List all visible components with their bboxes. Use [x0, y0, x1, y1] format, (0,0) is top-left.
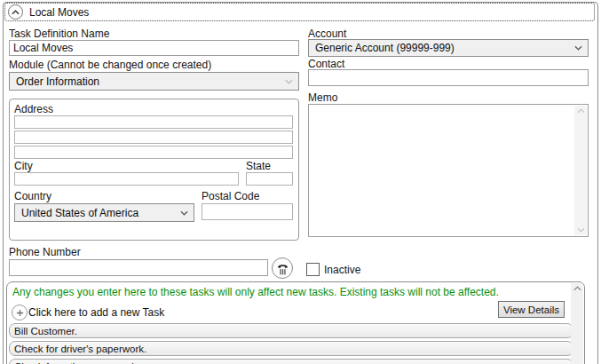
address-line3-input[interactable]: [14, 146, 293, 159]
state-input[interactable]: [246, 172, 293, 186]
task-row[interactable]: Bill Customer.: [9, 323, 573, 338]
phone-number-label: Phone Number: [9, 246, 81, 258]
dial-phone-button[interactable]: [272, 257, 293, 279]
task-definition-name-input[interactable]: [9, 40, 299, 56]
chevron-down-icon: [180, 210, 188, 216]
chevron-down-icon: [285, 79, 293, 84]
task-row[interactable]: Check for driver's paperwork.: [9, 341, 573, 356]
contact-input[interactable]: [308, 69, 589, 86]
view-details-button[interactable]: View Details: [498, 301, 565, 318]
module-select[interactable]: Order Information: [9, 72, 299, 91]
local-moves-form: Local Moves Task Definition Name Module …: [0, 0, 601, 364]
memo-scrollbar[interactable]: [574, 106, 587, 235]
module-label: Module (Cannot be changed once created): [9, 59, 211, 71]
panel-title: Local Moves: [29, 6, 89, 19]
inactive-checkbox[interactable]: [306, 263, 320, 276]
scroll-up-icon[interactable]: [573, 286, 581, 291]
scroll-up-icon[interactable]: [577, 108, 585, 114]
postal-code-input[interactable]: [202, 203, 293, 220]
inactive-checkbox-label: Inactive: [324, 264, 360, 276]
expander-header[interactable]: Local Moves: [4, 3, 595, 21]
city-input[interactable]: [14, 172, 239, 186]
memo-input[interactable]: [308, 104, 589, 237]
task-row[interactable]: Check for rating paperwork.: [9, 359, 573, 364]
memo-label: Memo: [308, 91, 337, 104]
account-selected-value: Generic Account (99999-999): [309, 42, 574, 54]
tasks-scrollbar[interactable]: [571, 283, 583, 364]
address-line1-input[interactable]: [14, 115, 293, 129]
account-label: Account: [308, 28, 346, 40]
country-selected-value: United States of America: [15, 207, 180, 219]
state-label: State: [246, 160, 271, 172]
account-select[interactable]: Generic Account (99999-999): [308, 39, 589, 57]
task-definition-name-label: Task Definition Name: [9, 28, 109, 40]
postal-code-label: Postal Code: [202, 190, 259, 202]
contact-label: Contact: [308, 58, 344, 70]
telephone-keypad-icon: [276, 262, 289, 275]
task-row-label: Check for driver's paperwork.: [14, 344, 146, 354]
country-label: Country: [14, 190, 51, 202]
collapse-chevron-up-icon[interactable]: [8, 4, 23, 20]
address-label: Address: [14, 103, 53, 115]
module-selected-value: Order Information: [10, 75, 285, 88]
tasks-panel: Any changes you enter here to these task…: [6, 281, 585, 364]
country-select[interactable]: United States of America: [14, 203, 194, 222]
address-line2-input[interactable]: [14, 131, 293, 144]
phone-number-input[interactable]: [9, 259, 268, 276]
add-task-link[interactable]: Click here to add a new Task: [28, 306, 164, 319]
task-row-label: Check for rating paperwork.: [14, 361, 139, 364]
scroll-down-icon[interactable]: [577, 227, 585, 233]
city-label: City: [14, 160, 33, 172]
tasks-notice: Any changes you enter here to these task…: [12, 286, 565, 298]
chevron-down-icon: [574, 45, 582, 51]
task-row-label: Bill Customer.: [14, 326, 77, 336]
plus-icon[interactable]: [12, 305, 28, 320]
